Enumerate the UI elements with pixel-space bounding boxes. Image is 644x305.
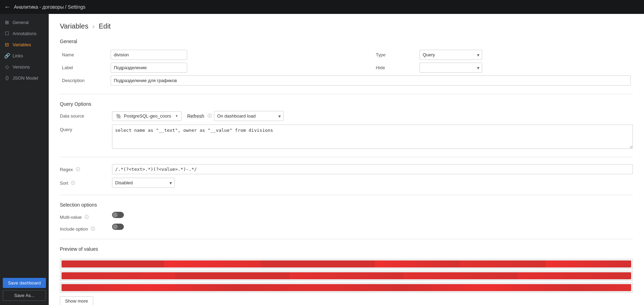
query-label: Query [60,125,112,132]
regex-input[interactable] [112,164,633,174]
sidebar-item-label: Variables [13,42,31,47]
include-all-row: Include option ⓘ [60,224,633,232]
divider-3 [60,195,633,195]
sidebar-item-label: JSON Model [13,75,38,81]
annotations-icon: ☐ [4,31,10,36]
datasource-db-icon: 🐘 [116,113,122,119]
regex-label: Regex ⓘ [60,164,112,172]
query-row: Query select name as "__text", owner as … [60,125,633,150]
name-label: Name [60,48,109,61]
datasource-name-label: PostgreSQL-geo_coors [124,113,171,119]
page-title: Аналитика - договоры / Settings [14,4,85,10]
name-input[interactable] [111,50,187,60]
preview-section-title: Preview of values [60,246,633,252]
query-options-section-title: Query Options [60,101,633,107]
regex-info-icon[interactable]: ⓘ [76,167,80,172]
type-select[interactable]: Query Custom Textbox Constant Datasource… [420,50,482,60]
datasource-selector[interactable]: 🐘 PostgreSQL-geo_coors ▾ [112,111,182,121]
redacted-row-3 [62,284,631,291]
sidebar-item-label: General [13,20,29,25]
label-label: Label [60,61,109,74]
sort-info-icon[interactable]: ⓘ [71,180,75,186]
breadcrumb: Variables › Edit [60,22,633,30]
main-content: Variables › Edit General Name Type Query… [49,14,644,305]
versions-icon: ◇ [4,64,10,70]
refresh-info-icon[interactable]: ⓘ [208,113,212,119]
include-all-info-icon[interactable]: ⓘ [91,226,95,232]
multi-value-toggle[interactable] [112,212,124,218]
datasource-row: Data source 🐘 PostgreSQL-geo_coors ▾ Ref… [60,111,633,121]
selection-options-title: Selection options [60,202,633,208]
refresh-label: Refresh [187,113,204,119]
save-dashboard-button[interactable]: Save dashboard [3,278,46,288]
toggle-knob-2 [113,224,118,229]
json-icon: ⟨⟩ [4,75,10,81]
datasource-label: Data source [60,111,112,119]
sidebar-item-annotations[interactable]: ☐ Annotations [0,28,49,39]
sort-row: Sort ⓘ Disabled Alphabetical (asc) Alpha… [60,178,633,188]
multi-value-info-icon[interactable]: ⓘ [85,214,89,220]
divider-2 [60,157,633,157]
sort-label: Sort ⓘ [60,178,112,186]
breadcrumb-separator: › [92,22,95,30]
toggle-knob [113,212,118,217]
divider-1 [60,94,633,94]
regex-row: Regex ⓘ [60,164,633,174]
multi-value-label: Multi-value ⓘ [60,212,112,220]
description-input[interactable] [111,75,631,86]
sidebar-item-json-model[interactable]: ⟨⟩ JSON Model [0,72,49,83]
query-textarea[interactable]: select name as "__text", owner as "__val… [112,125,633,149]
back-button[interactable]: ← [4,3,10,11]
sort-select[interactable]: Disabled Alphabetical (asc) Alphabetical… [112,178,175,188]
general-icon: ⊞ [4,19,10,25]
multi-value-row: Multi-value ⓘ [60,212,633,220]
hide-label: Hide [369,61,418,74]
topbar: ← Аналитика - договоры / Settings [0,0,644,14]
sidebar-item-variables[interactable]: ⊟ Variables [0,39,49,50]
sidebar: ⊞ General ☐ Annotations ⊟ Variables 🔗 Li… [0,14,49,305]
divider-4 [60,239,633,239]
include-all-label: Include option ⓘ [60,224,112,232]
sidebar-item-links[interactable]: 🔗 Links [0,50,49,61]
breadcrumb-edit: Edit [99,22,111,30]
save-as-button[interactable]: Save As... [3,290,46,301]
refresh-select[interactable]: On dashboard load Never On time range ch… [214,111,284,121]
datasource-chevron-icon: ▾ [176,114,178,118]
variables-icon: ⊟ [4,42,10,47]
type-label: Type [369,48,418,61]
description-label: Description [60,74,109,87]
sidebar-item-label: Annotations [13,31,37,36]
hide-select[interactable]: Label Variable [420,63,482,73]
label-input[interactable] [111,63,187,73]
show-more-button[interactable]: Show more [60,296,93,305]
breadcrumb-variables: Variables [60,22,88,30]
general-form: Name Type Query Custom Textbox Constant … [60,48,633,87]
redacted-row-2 [62,272,631,279]
sidebar-item-label: Versions [13,64,30,70]
include-all-toggle[interactable] [112,224,124,230]
general-section-title: General [60,39,633,44]
preview-section: Show more [60,259,633,305]
sidebar-item-versions[interactable]: ◇ Versions [0,61,49,72]
sidebar-item-general[interactable]: ⊞ General [0,17,49,28]
redacted-row-1 [62,260,631,267]
sidebar-item-label: Links [13,53,23,58]
links-icon: 🔗 [4,53,10,58]
